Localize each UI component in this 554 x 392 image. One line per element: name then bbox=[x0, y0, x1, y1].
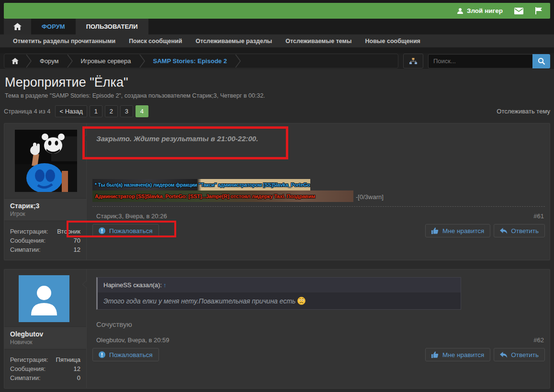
stat-value: 12 bbox=[74, 246, 80, 253]
pagination-page-1[interactable]: 1 bbox=[90, 105, 102, 117]
avatar-wrap bbox=[4, 123, 86, 198]
subnav-new-posts[interactable]: Новые сообщения bbox=[365, 38, 420, 45]
stat-value: Вторник bbox=[57, 228, 80, 235]
game-screenshot-image[interactable]: * Ты был(а) назначен(а) лидером фракции … bbox=[92, 179, 353, 202]
right-actions: Мне нравится Ответить bbox=[425, 224, 545, 237]
post-byline[interactable]: Старик;3, Вчера, в 20:26 bbox=[96, 213, 167, 220]
post-62-user-panel: Olegbutov Новичок Регистрация:Пятница Со… bbox=[4, 269, 87, 388]
post-62: Olegbutov Новичок Регистрация:Пятница Со… bbox=[4, 269, 550, 389]
inbox-icon[interactable] bbox=[514, 8, 523, 14]
user-name-block: Старик;3 Игрок bbox=[4, 198, 86, 221]
report-icon bbox=[99, 227, 105, 234]
report-button[interactable]: Пожаловаться bbox=[92, 348, 159, 361]
chevron-separator-icon bbox=[67, 54, 73, 68]
reply-button[interactable]: Ответить bbox=[494, 348, 545, 361]
breadcrumb: Форум Игровые сервера SAMP Stories: Epis… bbox=[4, 54, 398, 68]
stat-label: Сообщения: bbox=[10, 237, 45, 244]
reply-arrow-icon bbox=[500, 228, 507, 234]
breadcrumb-home[interactable] bbox=[4, 58, 25, 64]
post-61-user-panel: Старик;3 Игрок Регистрация:Вторник Сообщ… bbox=[4, 123, 87, 260]
username: Злой нигер bbox=[467, 7, 503, 14]
pagination-back-button[interactable]: < Назад bbox=[55, 105, 87, 117]
thumbs-up-icon bbox=[431, 351, 439, 358]
header: Злой нигер ФОРУМ ПОЛЬЗОВАТЕЛИ bbox=[0, 0, 554, 34]
home-tab[interactable] bbox=[4, 19, 31, 34]
search-button[interactable] bbox=[532, 54, 550, 68]
subnav-search-posts[interactable]: Поиск сообщений bbox=[129, 38, 182, 45]
stat-label: Регистрация: bbox=[10, 356, 48, 363]
right-actions: Мне нравится Ответить bbox=[425, 348, 545, 361]
sad-face-emoji-icon bbox=[297, 297, 305, 305]
pagination: Страница 4 из 4 < Назад 1 2 3 4 bbox=[4, 105, 148, 117]
warn-suffix-text: -[0/3warn] bbox=[356, 193, 384, 202]
post-author-name[interactable]: Старик;3 bbox=[10, 202, 80, 210]
breadcrumb-forum[interactable]: Форум bbox=[32, 57, 67, 65]
page-title: Мероприятие "Ёлка" bbox=[5, 75, 550, 90]
user-stats: Регистрация:Пятница Сообщения:12 Симпати… bbox=[4, 349, 86, 388]
watch-thread-link[interactable]: Отслеживать тему bbox=[497, 108, 550, 115]
pagination-page-3[interactable]: 3 bbox=[120, 105, 133, 117]
header-gap bbox=[0, 47, 554, 53]
search-input[interactable] bbox=[428, 54, 532, 68]
account-menu[interactable]: Злой нигер bbox=[457, 7, 503, 14]
breadcrumb-current-forum[interactable]: SAMP Stories: Episode 2 bbox=[146, 57, 235, 65]
subnav-mark-read[interactable]: Отметить разделы прочитанными bbox=[13, 38, 115, 45]
like-button[interactable]: Мне нравится bbox=[425, 224, 490, 237]
post-footer-divider bbox=[92, 206, 545, 207]
post-actions-row: Пожаловаться Мне нравится Ответить bbox=[92, 348, 545, 361]
post-number[interactable]: #61 bbox=[533, 213, 544, 220]
stat-label: Сообщения: bbox=[10, 365, 45, 372]
quick-navigation-button[interactable] bbox=[403, 54, 423, 68]
breadcrumb-tools bbox=[403, 54, 550, 68]
tab-users[interactable]: ПОЛЬЗОВАТЕЛИ bbox=[76, 19, 148, 34]
thread-controls: Страница 4 из 4 < Назад 1 2 3 4 Отслежив… bbox=[4, 105, 550, 117]
breadcrumb-game-servers[interactable]: Игровые сервера bbox=[73, 57, 139, 65]
breadcrumb-bar: Форум Игровые сервера SAMP Stories: Epis… bbox=[0, 53, 554, 69]
post-62-content: HapineSS сказал(а):↑ Этого года елки у м… bbox=[87, 269, 550, 388]
stat-value: Пятница bbox=[56, 356, 80, 363]
avatar[interactable] bbox=[15, 130, 77, 192]
stat-label: Симпатии: bbox=[10, 374, 41, 381]
subnav-watched-threads[interactable]: Отслеживаемые темы bbox=[285, 38, 351, 45]
thread-subtitle: Тема в разделе "SAMP Stories: Episode 2"… bbox=[5, 92, 550, 99]
chevron-separator-icon bbox=[25, 54, 32, 68]
quote-jump-arrow[interactable]: ↑ bbox=[163, 281, 167, 289]
post-author-role: Игрок bbox=[10, 211, 80, 217]
post-number[interactable]: #62 bbox=[533, 336, 544, 344]
reply-button[interactable]: Ответить bbox=[494, 224, 545, 237]
quote-body: Этого года елки у меня нету.Поважительна… bbox=[98, 292, 461, 309]
avatar-wrap bbox=[4, 269, 86, 326]
post-author-role: Новичок bbox=[10, 339, 80, 346]
pagination-page-2[interactable]: 2 bbox=[105, 105, 118, 117]
post-byline-row: Старик;3, Вчера, в 20:26 #61 bbox=[92, 213, 545, 220]
alerts-flag-icon[interactable] bbox=[535, 7, 543, 14]
chevron-separator-icon bbox=[235, 54, 241, 68]
chevron-separator-icon bbox=[139, 54, 146, 68]
post-61-content: Закрыто. Ждите результаты в 21:00-22:00.… bbox=[87, 123, 550, 260]
post-author-name[interactable]: Olegbutov bbox=[10, 330, 80, 338]
reply-arrow-icon bbox=[500, 352, 507, 358]
post-byline[interactable]: Olegbutov, Вчера, в 20:59 bbox=[96, 336, 170, 344]
game-chat-line-red: Администратор [SS]Slavka_PorteGo: [SST].… bbox=[92, 190, 353, 202]
main-content: Мероприятие "Ёлка" Тема в разделе "SAMP … bbox=[0, 75, 554, 389]
home-icon bbox=[13, 23, 22, 30]
search-group bbox=[428, 54, 550, 68]
home-icon bbox=[11, 58, 19, 64]
user-name-block: Olegbutov Новичок bbox=[4, 326, 86, 349]
quote-header: HapineSS сказал(а):↑ bbox=[98, 278, 461, 292]
post-61: Старик;3 Игрок Регистрация:Вторник Сообщ… bbox=[4, 123, 550, 260]
stat-value: 12 bbox=[74, 365, 80, 372]
default-avatar[interactable] bbox=[19, 275, 69, 322]
like-button[interactable]: Мне нравится bbox=[425, 348, 490, 361]
stat-value: 0 bbox=[77, 374, 80, 381]
report-button[interactable]: Пожаловаться bbox=[92, 224, 159, 237]
report-icon bbox=[99, 351, 105, 358]
subnav-watched-forums[interactable]: Отслеживаемые разделы bbox=[195, 38, 272, 45]
stat-value: 70 bbox=[74, 237, 80, 244]
pagination-page-4-active[interactable]: 4 bbox=[136, 105, 148, 117]
main-nav: ФОРУМ ПОЛЬЗОВАТЕЛИ bbox=[4, 19, 550, 34]
account-topbar: Злой нигер bbox=[4, 3, 550, 19]
tab-forum[interactable]: ФОРУМ bbox=[31, 19, 76, 34]
sitemap-icon bbox=[409, 58, 417, 65]
thumbs-up-icon bbox=[431, 227, 439, 234]
